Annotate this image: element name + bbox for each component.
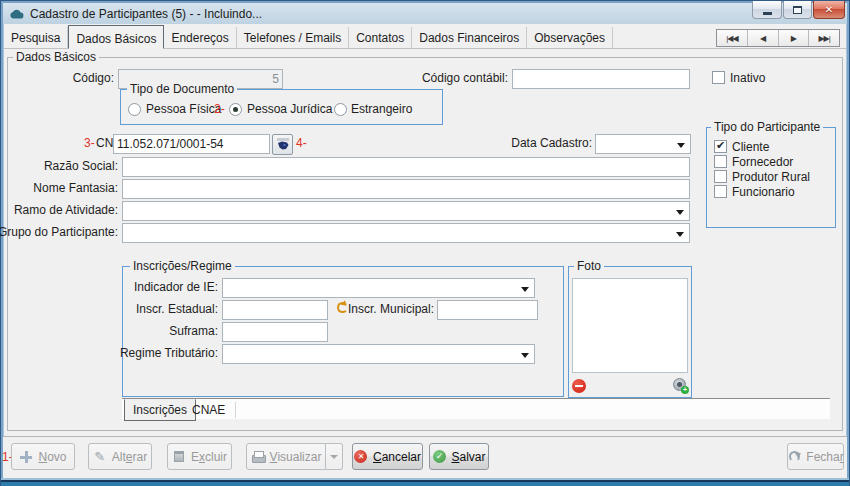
plus-icon <box>19 450 33 464</box>
tab-telefones-emails[interactable]: Telefones / Emails <box>237 27 349 48</box>
nav-last-button[interactable]: ▶▶| <box>809 30 839 46</box>
trash-icon <box>172 450 186 464</box>
tipo-participante-legend: Tipo do Participante <box>711 121 823 134</box>
tipo-documento-legend: Tipo de Documento <box>127 83 237 96</box>
radio-pessoa-fisica-label[interactable]: Pessoa Física <box>146 102 221 117</box>
codigo-label: Código: <box>73 71 114 86</box>
visualizar-dropdown-button[interactable] <box>326 443 343 470</box>
regime-tributario-combobox[interactable] <box>222 344 535 364</box>
record-navigator: |◀◀ ◀ ▶ ▶▶| <box>716 29 840 47</box>
novo-button[interactable]: Novo <box>11 443 75 470</box>
grupo-participante-label: Grupo do Participante: <box>0 225 118 240</box>
chevron-down-icon[interactable] <box>521 287 529 296</box>
excluir-button[interactable]: Excluir <box>167 443 232 470</box>
app-cloud-icon <box>9 9 24 19</box>
suframa-field[interactable] <box>222 322 328 342</box>
chevron-down-icon[interactable] <box>521 353 529 362</box>
ramo-atividade-combobox[interactable] <box>122 201 690 221</box>
fornecedor-checkbox[interactable] <box>714 155 727 168</box>
razao-social-label: Razão Social: <box>44 159 118 174</box>
nome-fantasia-label: Nome Fantasia: <box>33 181 118 196</box>
subtab-cnae[interactable]: CNAE <box>192 402 236 418</box>
radio-estrangeiro-label[interactable]: Estrangeiro <box>351 102 412 117</box>
codigo-contabil-label: Código contábil: <box>422 71 508 86</box>
cnpj-field[interactable]: 11.052.071/0001-54 <box>113 134 270 154</box>
radio-pessoa-fisica[interactable] <box>128 103 141 116</box>
inscr-estadual-label: Inscr. Estadual: <box>136 302 218 317</box>
remove-photo-icon[interactable] <box>572 379 586 393</box>
visualizar-button[interactable]: Visualizar <box>246 443 326 470</box>
inativo-checkbox[interactable] <box>712 71 725 84</box>
sync-refresh-icon[interactable] <box>337 302 348 313</box>
minimize-button[interactable] <box>752 1 782 19</box>
radio-pessoa-juridica[interactable] <box>229 103 242 116</box>
tab-pesquisa[interactable]: Pesquisa <box>4 27 68 48</box>
ramo-atividade-label: Ramo de Atividade: <box>14 203 118 218</box>
window-bottom-edge <box>1 478 849 486</box>
inscr-estadual-field[interactable] <box>222 300 328 320</box>
receita-federal-icon <box>276 138 290 151</box>
tab-dados-basicos[interactable]: Dados Básicos <box>68 25 164 49</box>
printer-icon <box>251 450 265 464</box>
nav-first-button[interactable]: |◀◀ <box>717 30 748 46</box>
salvar-button[interactable]: ✓ Salvar <box>429 443 489 470</box>
razao-social-field[interactable] <box>122 157 690 177</box>
data-cadastro-combobox[interactable] <box>595 134 691 154</box>
cancelar-button[interactable]: ✕ Cancelar <box>352 443 423 470</box>
minimize-icon <box>763 12 772 15</box>
inscr-municipal-label: Inscr. Municipal: <box>348 302 434 317</box>
close-form-loop-icon <box>787 450 801 464</box>
radio-pessoa-juridica-label[interactable]: Pessoa Jurídica <box>247 102 332 117</box>
nav-next-button[interactable]: ▶ <box>779 30 810 46</box>
foto-legend: Foto <box>574 260 604 273</box>
nav-prev-button[interactable]: ◀ <box>748 30 779 46</box>
data-cadastro-label: Data Cadastro: <box>511 136 592 151</box>
close-icon: ✕ <box>825 5 833 15</box>
cancel-red-x-icon: ✕ <box>354 450 368 464</box>
suframa-label: Suframa: <box>169 324 218 339</box>
indicador-ie-label: Indicador de IE: <box>134 280 218 295</box>
app-window: Cadastro de Participantes (5) - - Inclui… <box>0 0 850 486</box>
annotation-3: 3- <box>84 136 95 150</box>
close-button[interactable]: ✕ <box>813 1 845 19</box>
grupo-participante-combobox[interactable] <box>122 223 690 243</box>
cnpj-receita-lookup-button[interactable] <box>272 134 293 155</box>
foto-preview <box>572 278 688 373</box>
funcionario-label[interactable]: Funcionario <box>732 185 795 200</box>
chevron-down-icon[interactable] <box>677 143 685 152</box>
tab-contatos[interactable]: Contatos <box>349 27 412 48</box>
nome-fantasia-field[interactable] <box>122 179 690 199</box>
sub-tab-strip: Inscrições CNAE <box>122 398 830 419</box>
annotation-2: 2- <box>214 102 225 116</box>
inscricoes-regime-legend: Inscrições/Regime <box>130 260 235 273</box>
tab-observacoes[interactable]: Observações <box>527 27 613 48</box>
save-green-check-icon: ✓ <box>432 450 446 464</box>
chevron-down-icon[interactable] <box>676 210 684 219</box>
cliente-label[interactable]: Cliente <box>732 140 769 155</box>
add-photo-webcam-icon[interactable] <box>673 378 686 391</box>
inativo-label: Inativo <box>730 71 765 86</box>
produtor-rural-label[interactable]: Produtor Rural <box>732 170 810 185</box>
produtor-rural-checkbox[interactable] <box>714 170 727 183</box>
radio-estrangeiro[interactable] <box>334 103 347 116</box>
tab-enderecos[interactable]: Endereços <box>164 27 236 48</box>
subtab-inscricoes[interactable]: Inscrições <box>124 399 196 421</box>
funcionario-checkbox[interactable] <box>714 185 727 198</box>
maximize-icon <box>793 6 802 14</box>
window-title: Cadastro de Participantes (5) - - Inclui… <box>30 7 262 21</box>
tab-dados-financeiros[interactable]: Dados Financeiros <box>412 27 527 48</box>
cliente-checkbox[interactable] <box>714 140 727 153</box>
codigo-contabil-field[interactable] <box>512 69 690 89</box>
fornecedor-label[interactable]: Fornecedor <box>732 155 793 170</box>
title-bar[interactable]: Cadastro de Participantes (5) - - Inclui… <box>3 3 847 24</box>
inscr-municipal-field[interactable] <box>437 300 538 320</box>
alterar-button[interactable]: ✎ Alterar <box>88 443 152 470</box>
indicador-ie-combobox[interactable] <box>222 278 535 298</box>
chevron-down-icon[interactable] <box>676 232 684 241</box>
annotation-4: 4- <box>296 136 307 150</box>
maximize-button[interactable] <box>783 1 812 19</box>
regime-tributario-label: Regime Tributário: <box>120 346 218 361</box>
chevron-down-icon <box>330 455 338 463</box>
fechar-button[interactable]: Fechar <box>787 443 844 470</box>
dados-basicos-legend: Dados Básicos <box>13 51 99 64</box>
